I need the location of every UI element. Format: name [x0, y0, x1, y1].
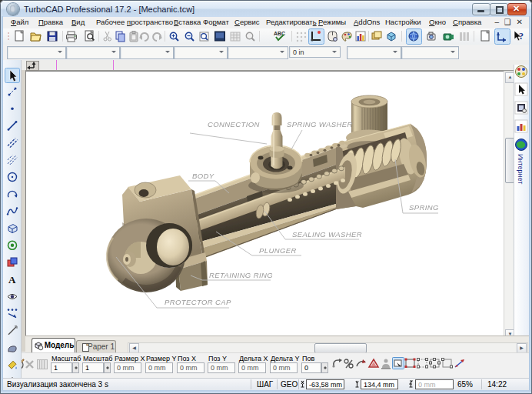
svg-text:PLUNGER: PLUNGER [259, 246, 297, 255]
svg-text:SPRING: SPRING [409, 203, 439, 212]
svg-text:CONNECTION: CONNECTION [208, 120, 260, 129]
svg-text:PROTECTOR CAP: PROTECTOR CAP [165, 298, 231, 306]
svg-text:?: ? [519, 31, 524, 42]
svg-text:BODY: BODY [192, 172, 214, 180]
svg-text:RETAINING RING: RETAINING RING [209, 271, 273, 279]
svg-text:SEALING WASHER: SEALING WASHER [292, 230, 362, 239]
svg-text:SPRING WASHER: SPRING WASHER [287, 120, 353, 129]
svg-text:A: A [8, 274, 16, 285]
